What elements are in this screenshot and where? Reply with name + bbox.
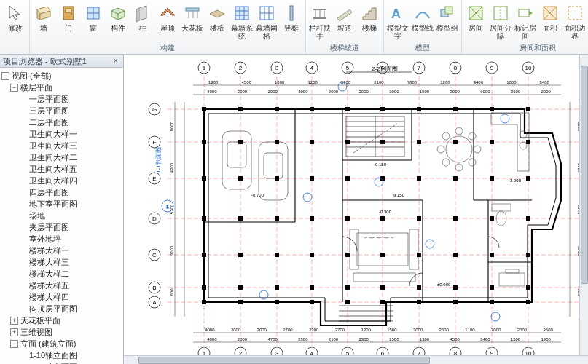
vertical-scrollbar[interactable] <box>579 55 588 355</box>
ribbon-button-label: 模型组 <box>436 24 459 32</box>
tree-node[interactable]: −楼层平面 <box>1 82 122 93</box>
tree-node[interactable]: 二层平面图 <box>1 116 122 128</box>
door-button[interactable]: 门 <box>56 1 81 42</box>
interior-dim: 0.150 <box>375 162 387 167</box>
dimension-text: 2500 <box>439 328 450 332</box>
tree-toggle-icon[interactable]: + <box>10 317 18 325</box>
stair-button[interactable]: 楼梯 <box>357 1 382 42</box>
model-line-button[interactable]: 模型线 <box>410 1 435 42</box>
tree-toggle-icon[interactable]: + <box>10 328 18 336</box>
tree-toggle-icon[interactable]: − <box>10 84 18 92</box>
vertical-scrollbar-thumb[interactable] <box>581 66 588 284</box>
tree-node[interactable]: 地下室平面图 <box>1 198 122 210</box>
tree-node[interactable]: 室外地坪 <box>1 233 122 245</box>
tree-node[interactable]: 10-1轴立面图 <box>1 361 122 364</box>
close-icon[interactable]: × <box>111 56 120 66</box>
dimension-text: 1300 <box>420 337 430 341</box>
component-button[interactable]: 构件 <box>106 1 130 42</box>
tree-node[interactable]: 三层平面图 <box>1 105 122 116</box>
tree-node[interactable]: 楼梯大样二 <box>1 268 122 280</box>
modify-button[interactable]: 修改 <box>3 1 28 42</box>
grid-bubble: 4 <box>310 65 314 71</box>
tree-toggle-icon[interactable]: − <box>10 340 18 348</box>
tree-node[interactable]: 楼梯大样三 <box>1 256 122 268</box>
grid-bubble: 7 <box>418 65 421 71</box>
tree-node[interactable]: 卫生间大样二 <box>1 151 122 163</box>
ramp-button[interactable]: 坡道 <box>332 1 357 42</box>
room-button[interactable]: 房间 <box>463 1 488 42</box>
project-browser-title-bar[interactable]: 项目浏览器 - 欧式别墅1 × <box>0 55 123 68</box>
horizontal-scrollbar[interactable] <box>124 355 588 364</box>
tree-node[interactable]: 卫生间大样五 <box>1 163 122 175</box>
svg-rect-114 <box>202 285 206 290</box>
ceiling-button[interactable]: 天花板 <box>180 1 205 42</box>
area-button[interactable]: 面积 <box>538 1 562 42</box>
tree-node[interactable]: 场地 <box>1 210 122 221</box>
svg-rect-109 <box>202 107 206 111</box>
column-button[interactable]: 柱 <box>130 1 155 42</box>
svg-rect-111 <box>202 176 206 181</box>
grid-bubble: G <box>152 106 157 113</box>
tree-node[interactable]: 夹层平面图 <box>1 221 122 233</box>
ribbon-group: 修改 <box>1 0 30 54</box>
level-marker: -0.700 <box>251 193 264 197</box>
tree-node[interactable]: 卫生间大样四 <box>1 175 122 186</box>
tree-node[interactable]: 卫生间大样三 <box>1 140 122 151</box>
tree-node[interactable]: −视图 (全部) <box>1 70 122 82</box>
svg-rect-175 <box>526 216 530 221</box>
svg-rect-144 <box>380 107 385 111</box>
interior-dim: -0.300 <box>379 210 392 214</box>
tree-node[interactable]: +天花板平面 <box>1 314 122 326</box>
horizontal-scrollbar-thumb[interactable] <box>138 357 430 364</box>
dimension-text: 4000 <box>207 337 217 341</box>
drawing-canvas[interactable]: 12345678910 12345678910 GFEDCBA GFEDCBA … <box>124 55 588 355</box>
modelgroup-icon <box>438 4 457 23</box>
tree-node[interactable]: −立面 (建筑立面) <box>1 338 122 349</box>
tree-node[interactable]: 闷顶层平面图 <box>1 303 122 314</box>
roof-button[interactable]: 屋顶 <box>155 1 180 42</box>
tree-toggle-icon[interactable]: − <box>1 72 9 80</box>
dimension-text: 3600 <box>511 90 521 94</box>
tree-node[interactable]: 四层平面图 <box>1 186 122 198</box>
dimension-text: 3000 <box>413 328 423 332</box>
ribbon-button-label: 栏杆扶手 <box>308 24 332 40</box>
floor-icon <box>208 4 227 23</box>
ribbon-button-label: 楼板 <box>205 24 229 32</box>
room-tag-button[interactable]: 标记房间 <box>513 1 538 42</box>
window-button[interactable]: 窗 <box>81 1 106 42</box>
curtain-sys-button[interactable]: 幕墙系统 <box>230 1 254 42</box>
room-sep-button[interactable]: 房间分隔 <box>488 1 513 42</box>
project-browser-tree[interactable]: −视图 (全部)−楼层平面一层平面图三层平面图二层平面图卫生间大样一卫生间大样三… <box>0 68 123 364</box>
tree-node[interactable]: 楼梯大样一 <box>1 245 122 256</box>
dimension-text: 3400 <box>540 80 550 84</box>
svg-rect-112 <box>202 216 206 221</box>
wall-button[interactable]: 墙 <box>31 1 56 42</box>
tree-node[interactable]: 一层平面图 <box>1 93 122 105</box>
svg-rect-167 <box>490 176 494 181</box>
tree-node[interactable]: 卫生间大样一 <box>1 128 122 140</box>
tree-node[interactable]: 楼梯大样四 <box>1 291 122 303</box>
ribbon-button-label: 柱 <box>131 24 154 32</box>
tree-node-label: 地下室平面图 <box>29 199 77 210</box>
model-group-button[interactable]: 模型组 <box>435 1 460 42</box>
tree-node[interactable]: +三维视图 <box>1 326 122 338</box>
grid-bubble: 1 <box>203 65 206 71</box>
interior-dim: 2.000 <box>510 178 522 183</box>
area-line-button[interactable]: 面积边界 <box>562 1 587 42</box>
ribbon-toolbar: 修改墙门窗构件柱屋顶天花板楼板幕墙系统幕墙网格竖梃构建栏杆扶手坡道楼梯楼梯坡道A… <box>0 0 588 55</box>
wall-icon <box>34 4 53 23</box>
model-text-button[interactable]: A模型文字 <box>385 1 410 42</box>
railing-button[interactable]: 栏杆扶手 <box>307 1 332 42</box>
floor-button[interactable]: 楼板 <box>205 1 230 42</box>
tree-node[interactable]: 1-10轴立面图 <box>1 349 122 361</box>
curtain-grid-button[interactable]: 幕墙网格 <box>254 1 279 42</box>
room-icon <box>466 4 485 23</box>
dimension-text: 1200 <box>208 80 219 84</box>
svg-rect-171 <box>490 300 494 304</box>
drawing-label-left: 1-1剖面图 <box>155 147 162 173</box>
modeltext-icon: A <box>388 4 407 23</box>
ribbon-group-title: 模型 <box>385 42 460 53</box>
tree-node[interactable]: 楼梯大样五 <box>1 280 122 291</box>
tree-node-label: 1-10轴立面图 <box>29 350 77 361</box>
mullion-button[interactable]: 竖梃 <box>279 1 304 42</box>
